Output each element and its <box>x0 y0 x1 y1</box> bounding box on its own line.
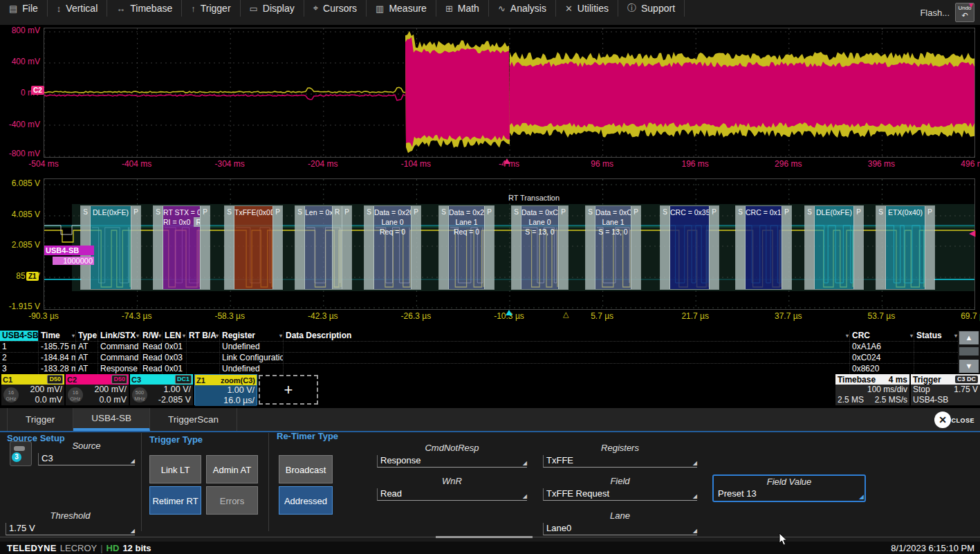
bubble-line2: Lane 1 <box>595 217 631 227</box>
column-header-rt-b-a[interactable]: RT B/A▾ <box>186 331 219 341</box>
wnr-select[interactable]: Read◢ <box>377 488 527 501</box>
errors-button[interactable]: Errors <box>206 486 258 515</box>
menu-item-file[interactable]: ▤File <box>0 0 48 17</box>
grid1-plot[interactable] <box>44 28 975 158</box>
column-header-link-stx[interactable]: Link/STX▾ <box>98 331 140 341</box>
axis-tick-label: -800 mV <box>0 149 40 158</box>
broadcast-button[interactable]: Broadcast <box>279 455 333 483</box>
decode-bubble: SLen = 0x04RP <box>295 205 352 290</box>
registers-select[interactable]: TxFFE◢ <box>543 455 697 468</box>
trigger-source-badge: C3 DC <box>955 376 978 383</box>
tab-triggerscan[interactable]: TriggerScan <box>150 408 237 431</box>
sort-icon[interactable]: ▾ <box>846 331 849 341</box>
table-cell: Link Configuration...◢ <box>219 353 283 363</box>
bubble-end-tag: P <box>925 206 934 289</box>
bubble-body: ETX(0x40) <box>886 206 925 289</box>
z1-level-marker[interactable]: Z1 <box>26 272 39 281</box>
column-header-len[interactable]: LEN▾ <box>162 331 186 341</box>
grid2-plot[interactable]: RT Transaction SDLE(0xFE)PSRT STX = 0x40… <box>44 178 975 310</box>
sort-icon[interactable]: ▾ <box>910 331 913 341</box>
table-cell: Command <box>98 342 140 352</box>
sort-icon[interactable]: ▾ <box>216 331 219 341</box>
sort-icon[interactable]: ▾ <box>136 331 139 341</box>
tab-trigger[interactable]: Trigger <box>7 408 73 431</box>
section-divider <box>268 433 269 531</box>
descriptor-c3[interactable]: C3DC1500MHz1.00 V/-2.085 V <box>130 374 193 405</box>
bubble-start-tag: S <box>586 206 595 289</box>
table-scrollbar[interactable]: ▲ ▼ <box>958 331 980 373</box>
axis-tick-label: 37.7 µs <box>775 311 802 321</box>
table-row[interactable]: 3-183.28 msATResponseRead0x01Undefined0x… <box>0 363 958 374</box>
field-value-input[interactable]: Field Value Preset 13 ◢ <box>712 474 866 502</box>
table-cell <box>186 342 219 352</box>
column-header-register[interactable]: Register▾ <box>219 331 283 341</box>
menu-item-math[interactable]: ⊞Math <box>436 0 489 17</box>
dialog-resize-handle[interactable] <box>436 536 533 538</box>
descriptor-c1[interactable]: C1D5016GHz200 mV/0.0 mV <box>1 374 64 405</box>
c2-ground-marker[interactable]: C2 <box>31 86 44 95</box>
source-probe-button[interactable]: 3 <box>10 441 32 466</box>
scroll-down-button[interactable]: ▼ <box>959 360 979 373</box>
admin-at-button[interactable]: Admin AT <box>206 455 258 483</box>
axis-tick-label: 5.7 µs <box>591 311 613 321</box>
source-select[interactable]: C3◢ <box>38 453 135 465</box>
tab-usb4-sb[interactable]: USB4-SB <box>73 408 150 431</box>
timebase-descriptor[interactable]: Timebase 4 ms 100 ms/div 2.5 MS 2.5 MS/s <box>835 374 909 405</box>
close-label[interactable]: CLOSE <box>951 417 974 424</box>
table-row[interactable]: 2-184.84 msATCommandRead0x03Link Configu… <box>0 352 958 363</box>
bubble-end-tag: P <box>200 206 210 289</box>
field-select[interactable]: TxFFE Request◢ <box>543 488 697 501</box>
sort-icon[interactable]: ▾ <box>72 331 75 341</box>
cmdnotresp-select[interactable]: Response◢ <box>377 455 527 468</box>
probe-icon <box>14 446 25 451</box>
table-cell: 0x8620 <box>849 364 914 374</box>
column-header-data-description[interactable]: Data Description▾ <box>283 331 849 341</box>
table-cell: -183.28 ms <box>38 364 75 374</box>
add-trace-button[interactable]: + <box>259 375 318 405</box>
menu-item-trigger[interactable]: ↑Trigger <box>182 0 240 17</box>
column-header-r-w[interactable]: R/W▾ <box>140 331 162 341</box>
menu-item-utilities[interactable]: ✕Utilities <box>556 0 618 17</box>
scroll-up-button[interactable]: ▲ <box>959 331 979 344</box>
menu-item-analysis[interactable]: ∿Analysis <box>489 0 556 17</box>
field-label: Field <box>543 476 697 486</box>
bubble-body: Data = 0x20Lane 0Req = 0 <box>374 206 411 289</box>
sort-icon[interactable]: ▾ <box>158 331 161 341</box>
table-cell <box>186 353 219 363</box>
menu-item-timebase[interactable]: ↔Timebase <box>107 0 182 17</box>
menu-item-measure[interactable]: ▥Measure <box>367 0 436 17</box>
sort-icon[interactable]: ▾ <box>183 331 185 341</box>
bubble-end-tag: P <box>411 206 420 289</box>
retimer-rt-button[interactable]: Retimer RT <box>149 486 201 515</box>
trigger-time-marker-icon <box>503 158 510 164</box>
flash-button[interactable]: Flash... <box>920 8 950 18</box>
menu-item-cursors[interactable]: ⌖Cursors <box>304 0 367 17</box>
link-lt-button[interactable]: Link LT <box>149 455 201 483</box>
descriptor-c2[interactable]: C2D5016GHz200 mV/0.0 mV <box>66 374 129 405</box>
column-header-type[interactable]: Type▾ <box>75 331 98 341</box>
sort-icon[interactable]: ▾ <box>279 331 282 341</box>
column-header-usb4-sb[interactable]: USB4-SB <box>0 331 38 341</box>
scroll-thumb[interactable] <box>959 347 979 356</box>
menu-item-support[interactable]: ⓘSupport <box>618 0 685 17</box>
trigger-type-title: Trigger Type <box>149 434 203 445</box>
descriptor-z1[interactable]: Z1zoom(C3)1.00 V/16.0 µs/ <box>194 374 257 405</box>
table-row[interactable]: 1-185.75 msATCommandRead0x01Undefined0xA… <box>0 341 958 352</box>
dropdown-corner-icon: ◢ <box>693 461 697 466</box>
column-header-crc[interactable]: CRC▾ <box>849 331 914 341</box>
axis-tick-label: 800 mV <box>0 26 40 35</box>
threshold-select[interactable]: 1.75 V◢ <box>6 523 135 535</box>
addressed-button[interactable]: Addressed <box>279 486 333 515</box>
lane-select[interactable]: Lane0◢ <box>543 523 697 535</box>
menu-item-display[interactable]: ▭Display <box>241 0 304 17</box>
column-header-status[interactable]: Status▾ <box>914 331 958 341</box>
decoder-label[interactable]: USB4-SB <box>44 246 94 255</box>
close-icon[interactable]: ✕ <box>934 412 951 428</box>
trigger-icon: ↑ <box>191 3 196 14</box>
sort-icon[interactable]: ▾ <box>954 331 957 341</box>
sort-icon[interactable]: ▾ <box>94 331 97 341</box>
menu-item-vertical[interactable]: ↕Vertical <box>48 0 107 17</box>
column-header-time[interactable]: Time▾ <box>38 331 75 341</box>
decode-bubble: SCRC = 0x16P <box>735 205 792 290</box>
trigger-descriptor[interactable]: Trigger C3 DC Stop 1.75 V USB4-SB <box>911 374 980 405</box>
